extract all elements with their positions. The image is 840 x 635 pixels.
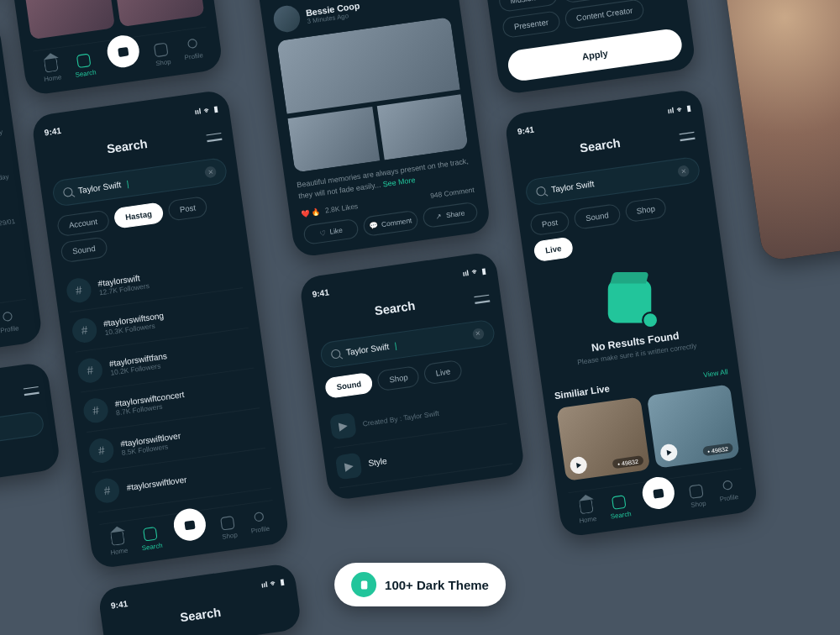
share-button[interactable]: ↗ Share bbox=[422, 202, 479, 228]
bag-icon bbox=[690, 484, 705, 499]
nav-profile[interactable]: Profile bbox=[249, 511, 270, 536]
live-card[interactable]: • 49832 bbox=[556, 396, 649, 480]
search-no-results-screen: 9:41ıılᯤ▮ Search Taylor Swift✕ Post Soun… bbox=[504, 88, 759, 538]
fab-button[interactable] bbox=[641, 475, 677, 511]
svg-rect-1 bbox=[118, 47, 129, 57]
hash-icon: # bbox=[71, 317, 98, 344]
badge-icon bbox=[351, 572, 376, 597]
nav-home[interactable]: Home bbox=[576, 499, 596, 524]
apply-button[interactable]: Apply bbox=[507, 28, 684, 83]
filter-icon[interactable] bbox=[474, 293, 490, 305]
feed-post: Bessie Coop3 Minutes Ago ⋯ Beautiful mem… bbox=[272, 0, 479, 245]
search-icon bbox=[536, 186, 547, 197]
like-button[interactable]: ♡ Like bbox=[302, 218, 360, 245]
hashtag-list: ##taylorswift12.7K Followers ##taylorswi… bbox=[64, 248, 271, 512]
tab-live[interactable]: Live bbox=[423, 359, 463, 386]
hash-icon: # bbox=[76, 357, 104, 385]
explore-grid-screen: ▣ ▶ Home Search Shop Profile bbox=[1, 0, 223, 96]
nav-search[interactable]: Search bbox=[608, 495, 632, 520]
avatar[interactable] bbox=[272, 4, 302, 34]
more-icon[interactable]: ⋯ bbox=[435, 0, 448, 4]
home-icon bbox=[110, 531, 125, 546]
nav-home[interactable]: Home bbox=[108, 531, 128, 556]
nav-home[interactable]: Home bbox=[41, 58, 61, 83]
tab-sound[interactable]: Sound bbox=[573, 203, 621, 230]
story-canvas[interactable]: 9:41ıılᯤ▮ ✕ New Story ▦ Posting bbox=[717, 0, 840, 261]
live-grid: • 49832 • 49832 bbox=[556, 384, 739, 481]
search-icon bbox=[612, 495, 627, 510]
chip-presenter[interactable]: Presenter bbox=[501, 10, 561, 39]
filter-icon[interactable] bbox=[679, 130, 695, 142]
bottom-nav: Search Shop Profile bbox=[0, 299, 30, 356]
clear-icon[interactable]: ✕ bbox=[204, 165, 217, 178]
user-icon bbox=[722, 480, 732, 491]
tab-account[interactable]: Account bbox=[56, 209, 110, 237]
play-icon bbox=[569, 456, 588, 475]
comment-button[interactable]: 💬 Comment bbox=[362, 210, 419, 237]
search-sound-screen: 9:41ıılᯤ▮ Search Taylor Swift|✕ Sound Sh… bbox=[298, 251, 525, 501]
sound-cover: ▶ bbox=[329, 412, 357, 440]
bag-icon bbox=[221, 516, 236, 531]
tab-shop[interactable]: Shop bbox=[624, 197, 668, 223]
live-card[interactable]: • 49832 bbox=[646, 384, 739, 468]
empty-box-icon bbox=[608, 280, 652, 323]
fab-button[interactable] bbox=[106, 34, 142, 70]
home-feed-screen: 9:41ıılᯤ▮ ▶Hubline Post a new Status... … bbox=[241, 0, 491, 258]
search-icon bbox=[63, 186, 74, 197]
nav-search[interactable]: Search bbox=[73, 53, 97, 78]
clear-icon[interactable]: ✕ bbox=[677, 165, 690, 177]
chip-content-creator[interactable]: Content Creator bbox=[564, 0, 645, 30]
view-all-link[interactable]: View All bbox=[703, 367, 728, 379]
nav-shop[interactable]: Shop bbox=[688, 484, 706, 508]
home-icon bbox=[44, 58, 59, 73]
grid-image[interactable]: ▶ bbox=[23, 0, 115, 39]
nav-profile[interactable]: Profile bbox=[182, 38, 204, 63]
grid-image[interactable] bbox=[113, 0, 205, 27]
tab-hastag[interactable]: Hastag bbox=[113, 202, 164, 229]
nav-shop[interactable]: Shop bbox=[153, 42, 171, 66]
search-icon bbox=[143, 527, 158, 542]
hash-icon: # bbox=[93, 477, 121, 505]
nav-shop[interactable]: Shop bbox=[219, 516, 238, 540]
status-time: 9:41 bbox=[44, 126, 62, 138]
hash-icon: # bbox=[87, 437, 115, 464]
bag-icon bbox=[154, 42, 169, 57]
tab-sound[interactable]: Sound bbox=[324, 372, 374, 399]
status-icons: ıılᯤ▮ bbox=[194, 104, 218, 116]
sound-cover: ▶ bbox=[335, 453, 363, 480]
tab-sound[interactable]: Sound bbox=[60, 236, 108, 263]
clear-icon[interactable]: ✕ bbox=[472, 328, 485, 340]
hash-icon: # bbox=[66, 276, 93, 304]
home-icon bbox=[579, 500, 594, 515]
nav-profile[interactable]: Profile bbox=[717, 480, 739, 505]
post-gallery[interactable] bbox=[276, 17, 468, 172]
empty-state: No Results Found Please make sure it is … bbox=[537, 247, 726, 381]
new-story-screen: 9:41ıılᯤ▮ ✕ New Story ▦ Posting bbox=[717, 0, 840, 261]
nav-search[interactable]: Search bbox=[139, 526, 163, 551]
search-icon bbox=[330, 349, 341, 359]
fab-button[interactable] bbox=[172, 506, 208, 543]
svg-rect-5 bbox=[360, 580, 367, 589]
play-icon bbox=[659, 443, 678, 463]
message-screen: Message Search... Request bbox=[0, 361, 61, 496]
filter-icon[interactable] bbox=[24, 385, 39, 396]
theme-badge: 100+ Dark Theme bbox=[334, 563, 506, 606]
filter-icon[interactable] bbox=[206, 131, 222, 143]
svg-rect-2 bbox=[185, 520, 196, 530]
svg-rect-3 bbox=[654, 489, 664, 499]
search-hashtag-screen: 9:41ıılᯤ▮ Search Taylor Swift|✕ Account … bbox=[31, 89, 291, 569]
tab-shop[interactable]: Shop bbox=[376, 365, 420, 391]
user-icon bbox=[3, 312, 13, 323]
user-icon bbox=[253, 512, 264, 522]
nav-profile[interactable]: Profile bbox=[0, 311, 19, 336]
tab-post[interactable]: Post bbox=[167, 196, 208, 222]
filter-screen: Recommended Date 04 January 2023 - 25 Ja… bbox=[465, 0, 696, 95]
see-more[interactable]: See More bbox=[382, 176, 416, 188]
user-icon bbox=[186, 39, 197, 50]
search-sound-screen-header: 9:41ıılᯤ▮ Search bbox=[97, 563, 302, 635]
search-icon bbox=[76, 53, 92, 68]
hash-icon: # bbox=[82, 396, 110, 424]
tab-live[interactable]: Live bbox=[533, 236, 574, 262]
tab-post[interactable]: Post bbox=[529, 210, 570, 236]
